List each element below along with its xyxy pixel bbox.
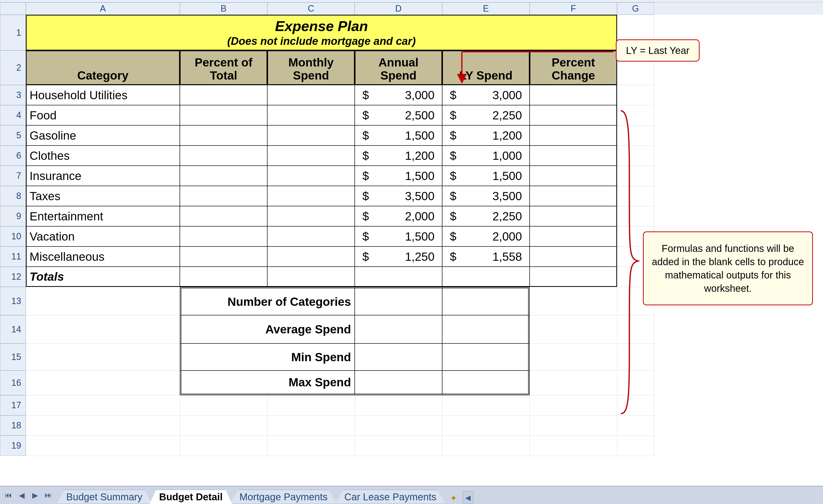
col-header-E[interactable]: E (442, 2, 530, 15)
cell-ly-spend-3[interactable]: $1,000 (442, 146, 530, 166)
cell-percent-total-2[interactable] (180, 125, 267, 146)
row-header-3[interactable]: 3 (0, 85, 26, 105)
header-category[interactable]: Category (26, 50, 180, 85)
cell-percent-total-8[interactable] (180, 246, 267, 267)
cell-percent-total-0[interactable] (180, 85, 267, 105)
cell-percent-change-1[interactable] (530, 105, 617, 125)
cell-percent-total-3[interactable] (180, 146, 267, 166)
sheet-tab-budget-summary[interactable]: Budget Summary (57, 490, 152, 504)
cell-monthly-spend-3[interactable] (267, 146, 355, 166)
cell-annual-spend-2[interactable]: $1,500 (355, 125, 442, 146)
cell-monthly-spend-1[interactable] (267, 105, 355, 125)
cell-percent-change-3[interactable] (530, 146, 617, 166)
header-monthly-spend[interactable]: MonthlySpend (267, 50, 355, 85)
col-header-A[interactable]: A (26, 2, 180, 15)
row-header-11[interactable]: 11 (0, 246, 26, 267)
row-header-12[interactable]: 12 (0, 267, 26, 287)
cell-percent-total-7[interactable] (180, 226, 267, 246)
tab-nav-prev-icon[interactable]: ◀ (17, 491, 26, 500)
col-header-B[interactable]: B (180, 2, 267, 15)
cell-monthly-spend-6[interactable] (267, 206, 355, 226)
cell-annual-spend-3[interactable]: $1,200 (355, 146, 442, 166)
cell-totals-b[interactable] (180, 267, 267, 287)
cell-totals-f[interactable] (530, 267, 617, 287)
cell-ly-spend-5[interactable]: $3,500 (442, 186, 530, 206)
stat-label-num-categories[interactable]: Number of Categories (180, 287, 355, 315)
sheet-tab-mortgage-payments[interactable]: Mortgage Payments (230, 490, 337, 504)
stat-value-d-min-spend[interactable] (355, 343, 442, 370)
select-all-corner[interactable] (0, 2, 26, 15)
insert-worksheet-icon[interactable]: ✦ (447, 492, 460, 504)
row-header-16[interactable]: 16 (0, 370, 26, 395)
col-header-C[interactable]: C (267, 2, 355, 15)
cell-category-1[interactable]: Food (26, 105, 180, 125)
row-header-17[interactable]: 17 (0, 395, 26, 415)
row-header-15[interactable]: 15 (0, 343, 26, 370)
sheet-tab-car-lease-payments[interactable]: Car Lease Payments (335, 490, 446, 504)
stat-value-d-avg-spend[interactable] (355, 315, 442, 343)
cell-monthly-spend-2[interactable] (267, 125, 355, 146)
row-header-5[interactable]: 5 (0, 125, 26, 146)
stat-value-e-min-spend[interactable] (442, 343, 530, 370)
cell-category-4[interactable]: Insurance (26, 166, 180, 186)
cell-category-5[interactable]: Taxes (26, 186, 180, 206)
cell-category-8[interactable]: Miscellaneous (26, 246, 180, 267)
col-header-G[interactable]: G (617, 2, 654, 15)
stat-value-e-avg-spend[interactable] (442, 315, 530, 343)
cell-percent-change-5[interactable] (530, 186, 617, 206)
row-header-13[interactable]: 13 (0, 287, 26, 315)
header-annual-spend[interactable]: AnnualSpend (355, 50, 442, 85)
cell-monthly-spend-4[interactable] (267, 166, 355, 186)
row-header-14[interactable]: 14 (0, 315, 26, 343)
stat-value-d-num-categories[interactable] (355, 287, 442, 315)
cell-percent-change-4[interactable] (530, 166, 617, 186)
stat-value-e-max-spend[interactable] (442, 370, 530, 395)
cell-annual-spend-0[interactable]: $3,000 (355, 85, 442, 105)
cell-category-3[interactable]: Clothes (26, 146, 180, 166)
cell-annual-spend-1[interactable]: $2,500 (355, 105, 442, 125)
cell-totals-label[interactable]: Totals (26, 267, 180, 287)
row-header-8[interactable]: 8 (0, 186, 26, 206)
stat-label-max-spend[interactable]: Max Spend (180, 370, 355, 395)
cell-ly-spend-7[interactable]: $2,000 (442, 226, 530, 246)
cell-ly-spend-2[interactable]: $1,200 (442, 125, 530, 146)
header-ly-spend[interactable]: LY Spend (442, 50, 530, 85)
cell-percent-total-5[interactable] (180, 186, 267, 206)
stat-value-d-max-spend[interactable] (355, 370, 442, 395)
row-header-18[interactable]: 18 (0, 415, 26, 436)
row-header-19[interactable]: 19 (0, 436, 26, 456)
title-cell[interactable]: Expense Plan(Does not include mortgage a… (26, 15, 617, 50)
hscroll-left-icon[interactable]: ◀ (463, 491, 473, 504)
cell-annual-spend-4[interactable]: $1,500 (355, 166, 442, 186)
cell-totals-d[interactable] (355, 267, 442, 287)
cell-ly-spend-8[interactable]: $1,558 (442, 246, 530, 267)
cell-percent-change-2[interactable] (530, 125, 617, 146)
row-header-10[interactable]: 10 (0, 226, 26, 246)
cell-totals-c[interactable] (267, 267, 355, 287)
tab-nav-first-icon[interactable]: ⏮ (4, 491, 13, 500)
cell-annual-spend-8[interactable]: $1,250 (355, 246, 442, 267)
cell-annual-spend-5[interactable]: $3,500 (355, 186, 442, 206)
cell-ly-spend-4[interactable]: $1,500 (442, 166, 530, 186)
tab-nav-next-icon[interactable]: ▶ (30, 491, 39, 500)
row-header-4[interactable]: 4 (0, 105, 26, 125)
stat-label-min-spend[interactable]: Min Spend (180, 343, 355, 370)
cell-monthly-spend-5[interactable] (267, 186, 355, 206)
cell-category-0[interactable]: Household Utilities (26, 85, 180, 105)
cell-category-2[interactable]: Gasoline (26, 125, 180, 146)
cell-annual-spend-6[interactable]: $2,000 (355, 206, 442, 226)
col-header-F[interactable]: F (530, 2, 617, 15)
cell-monthly-spend-8[interactable] (267, 246, 355, 267)
sheet-tab-budget-detail[interactable]: Budget Detail (150, 490, 232, 504)
tab-nav-last-icon[interactable]: ⏭ (44, 491, 53, 500)
row-header-2[interactable]: 2 (0, 50, 26, 85)
cell-ly-spend-1[interactable]: $2,250 (442, 105, 530, 125)
cell-percent-total-6[interactable] (180, 206, 267, 226)
cell-percent-total-4[interactable] (180, 166, 267, 186)
cell-totals-e[interactable] (442, 267, 530, 287)
header-percent-of-total[interactable]: Percent ofTotal (180, 50, 267, 85)
header-percent-change[interactable]: PercentChange (530, 50, 617, 85)
stat-label-avg-spend[interactable]: Average Spend (180, 315, 355, 343)
cell-monthly-spend-0[interactable] (267, 85, 355, 105)
row-header-9[interactable]: 9 (0, 206, 26, 226)
